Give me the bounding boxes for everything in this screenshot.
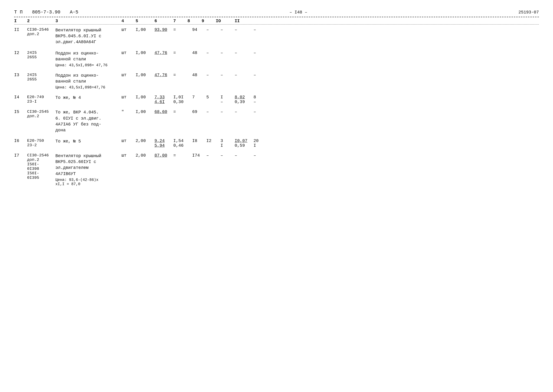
row-qty: 2,00 — [136, 139, 154, 143]
row-col10: – — [235, 27, 254, 32]
row-unit: шт — [121, 95, 136, 99]
row-unit: шт — [121, 50, 136, 55]
row-col10: 8,020,39 — [235, 95, 254, 104]
row-col8: – — [206, 50, 221, 55]
header-code: 805-7-3.90 — [32, 9, 60, 15]
row-col9: 3I — [221, 139, 235, 148]
row-col6: = — [173, 153, 192, 158]
row-qty: I,00 — [136, 27, 154, 32]
row-code: Е20-750 23-2 — [27, 139, 55, 147]
row-description: То же, № 4 — [55, 95, 121, 101]
row-unit: шт — [121, 153, 136, 158]
row-col8: – — [206, 73, 221, 77]
row-qty: I,00 — [136, 95, 154, 99]
row-price: 7,334,6I — [154, 95, 173, 104]
row-id: I5 — [14, 109, 27, 114]
row-col9: – — [221, 73, 235, 77]
row-col8: 5 — [206, 95, 221, 99]
column-headers: I 2 3 4 5 6 7 8 9 IO II — [14, 19, 539, 25]
row-col8: – — [206, 109, 221, 114]
row-price: 9,245,94 — [154, 139, 173, 148]
row-price: 47,76 — [154, 50, 173, 55]
table-row: I3 24I5 2655 Поддон из оцинко- ванной ст… — [14, 73, 539, 90]
row-col9: – — [221, 153, 235, 158]
top-divider — [14, 17, 539, 17]
table-body: II СI30-2546 доп.2 Вентилятор крышный ВК… — [14, 27, 539, 186]
row-col6: = — [173, 27, 192, 32]
table-row: I4 Е20-749 23-I То же, № 4 шт I,00 7,334… — [14, 95, 539, 104]
col-header-7: 7 — [173, 19, 187, 23]
row-code: 24I5 2655 — [27, 73, 55, 82]
table-row: I7 СI30-2546 доп.2 I50I- 0I398 I50I- 0I3… — [14, 153, 539, 186]
row-price: 93,90 — [154, 27, 173, 32]
table-row: II СI30-2546 доп.2 Вентилятор крышный ВК… — [14, 27, 539, 45]
col-header-1: I — [14, 19, 27, 23]
row-id: I7 — [14, 153, 27, 158]
row-description: То же, ВКР 4.045. 6. 0IУI с эл.двиг. 4А7… — [55, 109, 121, 133]
row-col11: – — [254, 73, 268, 77]
row-col9: – — [221, 50, 235, 55]
header-tp: Т П — [14, 9, 23, 15]
table-row: I2 24I5 2655 Поддон из оцинко- ванной ст… — [14, 50, 539, 67]
row-col8: – — [206, 27, 221, 32]
row-col11: – — [254, 50, 268, 55]
row-col7: 94 — [192, 27, 206, 32]
row-col7: I8 — [192, 139, 206, 143]
row-col8: I2 — [206, 139, 221, 143]
row-description: Вентилятор крышный ВКР5.045.6.0I.УI с эл… — [55, 27, 121, 45]
row-col10: – — [235, 73, 254, 77]
row-note: Цена: 43,5хI,098= 47,76 — [55, 63, 121, 67]
row-code: 24I5 2655 — [27, 50, 55, 59]
row-col11: – — [254, 27, 268, 32]
row-unit: шт — [121, 139, 136, 143]
table-row: I6 Е20-750 23-2 То же, № 5 шт 2,00 9,245… — [14, 139, 539, 148]
row-id: I3 — [14, 73, 27, 77]
row-description: Поддон из оцинко- ванной стали Цена: 43,… — [55, 73, 121, 90]
row-qty: I,00 — [136, 109, 154, 114]
row-qty: I,00 — [136, 73, 154, 77]
row-price: 47,76 — [154, 73, 173, 77]
col-header-3: 3 — [55, 19, 121, 23]
row-description: Вентилятор крышный ВКР5.025.60IУI с эл.д… — [55, 153, 121, 186]
row-id: I6 — [14, 139, 27, 143]
col-header-9: 9 — [202, 19, 216, 23]
row-qty: I,00 — [136, 50, 154, 55]
header-series: А-5 — [70, 9, 78, 15]
col-header-11: II — [235, 19, 249, 23]
col-header-8: 8 — [187, 19, 202, 23]
row-unit: шт — [121, 73, 136, 77]
row-note: Цена: 93,6-(42-86)х хI,I = 87,0 — [55, 178, 121, 186]
row-col9: – — [221, 109, 235, 114]
header: Т П 805-7-3.90 А-5 – I48 – 25193-07 — [14, 9, 539, 15]
row-id: I2 — [14, 50, 27, 55]
row-price: 87,00 — [154, 153, 173, 158]
row-col7: 69 — [192, 109, 206, 114]
row-note: Цена: 43,5хI,098=47,76 — [55, 85, 121, 90]
row-col11: – — [254, 109, 268, 114]
row-description: Поддон из оцинко- ванной стали Цена: 43,… — [55, 50, 121, 67]
col-header-2: 2 — [27, 19, 55, 23]
col-header-4: 4 — [121, 19, 136, 23]
row-col7: 7 — [192, 95, 206, 99]
row-col6: = — [173, 73, 192, 77]
row-code: СI30-2546 доп.2 — [27, 27, 55, 36]
table-row: I5 СI30-2545 доп.2 То же, ВКР 4.045. 6. … — [14, 109, 539, 133]
row-unit: шт — [121, 27, 136, 32]
row-col9: – — [221, 27, 235, 32]
row-qty: 2,00 — [136, 153, 154, 158]
row-price: 68,60 — [154, 109, 173, 114]
col-header-6: 6 — [154, 19, 173, 23]
row-col6: I,540,46 — [173, 139, 192, 148]
col-header-5: 5 — [136, 19, 154, 23]
header-page: – I48 – — [290, 10, 308, 15]
row-col10: I0,070,59 — [235, 139, 254, 148]
row-col6: I,0I0,30 — [173, 95, 192, 104]
row-col11: 8– — [254, 95, 268, 104]
row-id: I4 — [14, 95, 27, 99]
row-col10: – — [235, 50, 254, 55]
row-col11: – — [254, 153, 268, 158]
col-header-10: IO — [216, 19, 235, 23]
row-description: То же, № 5 — [55, 139, 121, 144]
row-col10: – — [235, 153, 254, 158]
row-col8: – — [206, 153, 221, 158]
